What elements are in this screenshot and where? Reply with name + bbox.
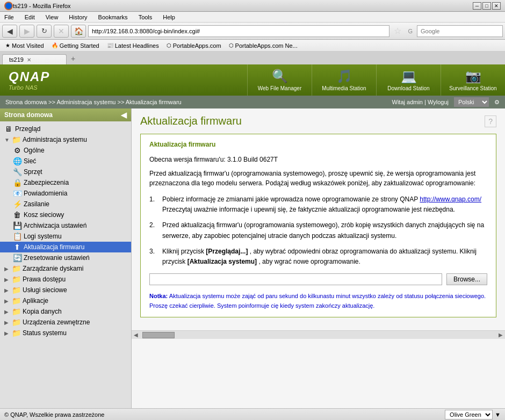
sidebar-item-prawa-dostepu[interactable]: ▶ 📁 Prawa dostępu [0,274,131,285]
sidebar-item-aktualizacja[interactable]: ⬆ Aktualizacja firmwaru [0,242,131,252]
zarzadzanie-folder-icon: 📁 [12,264,20,273]
new-tab-button[interactable]: + [67,53,80,64]
sidebar-item-aplikacje[interactable]: ▶ 📁 Aplikacje [0,295,131,306]
main-area: Strona domowa ◀ 🖥 Przegląd ▼ 📁 Administr… [0,108,505,408]
search-input[interactable] [417,25,503,37]
sidebar-item-zasilanie-label: Zasilanie [24,200,49,208]
star-button[interactable]: ☆ [392,26,403,36]
sidebar-item-logi[interactable]: 📋 Logi systemu [0,231,131,242]
note-label: Notka: [149,293,168,299]
menu-bookmarks[interactable]: Bookmarks [96,13,130,21]
sidebar-item-przeglad[interactable]: 🖥 Przegląd [0,124,131,134]
menu-history[interactable]: History [67,13,89,21]
help-button[interactable]: ? [485,115,496,127]
qnap-nav: 🔍 Web File Manager 🎵 Multimedia Station … [97,64,505,96]
ogolne-icon: ⚙ [13,146,21,155]
tabs-bar: ts219 ✕ + [0,52,505,64]
page-title: Aktualizacja firmwaru [140,115,242,127]
sidebar-item-powiadomienia[interactable]: 📧 Powiadomienia [0,188,131,199]
horizontal-scrollbar[interactable]: ◀ ▶ [132,330,505,339]
step-1: 1. Pobierz informację ze zmianami jakie … [149,194,487,215]
step-2-num: 2. [149,220,158,241]
powiadomienia-icon: 📧 [13,189,21,198]
bookmark-latest-headlines[interactable]: 📰 Latest Headlines [104,41,162,50]
nav-surveillance-station[interactable]: 📷 Surveillance Station [441,64,505,96]
nav-download-station[interactable]: 💻 Download Station [376,64,441,96]
qnap-link[interactable]: http://www.qnap.com/ [420,195,481,203]
sidebar-item-powiadomienia-label: Powiadomienia [24,190,67,197]
menu-help[interactable]: Help [161,13,177,21]
tab-close-button[interactable]: ✕ [27,57,31,63]
sidebar-item-status-systemu[interactable]: ▶ 📁 Status systemu [0,328,131,338]
sidebar-item-sprzet[interactable]: 🔧 Sprzęt [0,166,131,177]
sidebar-item-ogolne-label: Ogólne [24,147,45,154]
browse-area: Browse... [149,273,487,285]
address-bar[interactable] [88,25,389,37]
menu-view[interactable]: View [44,13,61,21]
maximize-button[interactable]: □ [482,2,491,10]
sidebar-item-kopia-danych[interactable]: ▶ 📁 Kopia danych [0,306,131,317]
download-station-label: Download Station [387,85,429,91]
sidebar-item-zresetowanie[interactable]: 🔄 Zresetowanie ustawień [0,252,131,263]
siec-icon: 🌐 [13,157,21,165]
step-3-bold2: [Aktualizacja systemu] [187,258,257,265]
tab-ts219[interactable]: ts219 ✕ [2,54,67,64]
sidebar-item-administracja[interactable]: ▼ 📁 Administracja systemu [0,134,131,145]
menu-edit[interactable]: Edit [23,13,37,21]
file-input[interactable] [149,273,442,285]
forward-button[interactable]: ▶ [19,25,34,38]
sidebar-item-archiwizacja[interactable]: 💾 Archiwizacja ustawień [0,220,131,231]
browse-button[interactable]: Browse... [446,273,487,285]
sidebar-title: Strona domowa [4,111,53,119]
scroll-right-button[interactable]: ▶ [496,332,505,338]
bookmark-most-visited[interactable]: ★ Most Visited [2,41,47,50]
qnap-statusbar: © QNAP, Wszelkie prawa zastrzeżone Olive… [0,408,505,420]
qnap-logo-sub: Turbo NAS [9,84,88,91]
expand-arrow-icon-2: ▶ [4,266,10,272]
settings-icon[interactable]: ⚙ [494,99,500,106]
page-title-area: Aktualizacja firmwaru ? [140,115,496,127]
scroll-thumb[interactable] [142,332,175,338]
close-button[interactable]: ✕ [492,2,501,10]
step-3-text-after: , aby wgrać nowe oprogramowanie. [258,258,360,265]
refresh-button[interactable]: ↻ [37,25,52,38]
theme-select[interactable]: Olive Green [445,410,493,419]
sidebar-toggle-button[interactable]: ◀ [121,111,127,119]
sidebar-item-uslugi-sieciowe[interactable]: ▶ 📁 Usługi sieciowe [0,285,131,295]
back-button[interactable]: ◀ [2,25,17,38]
browser-title: ts219 - Mozilla Firefox [13,3,71,9]
bookmark-getting-started[interactable]: 🔥 Getting Started [48,41,103,50]
breadcrumb-bar: Strona domowa >> Administracja systemu >… [0,96,505,108]
stop-button[interactable]: ✕ [54,25,69,38]
sidebar-item-zabezpieczenia[interactable]: 🔒 Zabezpieczenia [0,177,131,188]
scroll-left-button[interactable]: ◀ [132,332,140,338]
sidebar-item-siec[interactable]: 🌐 Sieć [0,156,131,166]
sidebar-item-status-label: Status systemu [23,329,67,337]
bookmark-portableapps-ne[interactable]: ⬡ PortableApps.com Ne... [226,41,301,50]
sidebar-item-urzadzenia-zewnetrzne[interactable]: ▶ 📁 Urządzenia zewnętrzne [0,317,131,328]
step-1-content: Pobierz informację ze zmianami jakie wpr… [162,194,487,215]
sidebar-item-zabezpieczenia-label: Zabezpieczenia [24,179,69,186]
tab-label: ts219 [9,56,24,63]
sidebar-item-przeglad-label: Przegląd [15,125,40,133]
sidebar-item-kosz-sieciowy[interactable]: 🗑 Kosz sieciowy [0,209,131,220]
bookmark-portableapps-label: PortableApps.com [173,42,221,49]
step-3-text-before: Kliknij przycisk [162,248,204,255]
sidebar-item-zarzadzanie-dyskami[interactable]: ▶ 📁 Zarządzanie dyskami [0,263,131,274]
bookmark-portableapps[interactable]: ⬡ PortableApps.com [163,41,225,50]
kosz-icon: 🗑 [13,211,21,219]
nav-multimedia-station[interactable]: 🎵 Multimedia Station [312,64,376,96]
sidebar-item-zasilanie[interactable]: ⚡ Zasilanie [0,199,131,209]
browser-titlebar: ts219 - Mozilla Firefox ─ □ ✕ [0,0,505,12]
language-select[interactable]: Polski English [454,97,489,107]
note-content: Aktualizacja systemu może zająć od paru … [149,293,486,309]
sidebar-item-ogolne[interactable]: ⚙ Ogólne [0,145,131,156]
minimize-button[interactable]: ─ [473,2,481,10]
sidebar-item-kopia-label: Kopia danych [23,308,62,315]
step-1-text-before: Pobierz informację ze zmianami jakie wpr… [162,195,420,203]
nav-web-file-manager[interactable]: 🔍 Web File Manager [247,64,312,96]
sidebar-item-uslugi-label: Usługi sieciowe [23,286,67,294]
home-button[interactable]: 🏠 [71,25,86,38]
menu-tools[interactable]: Tools [136,13,155,21]
menu-file[interactable]: File [2,13,16,21]
